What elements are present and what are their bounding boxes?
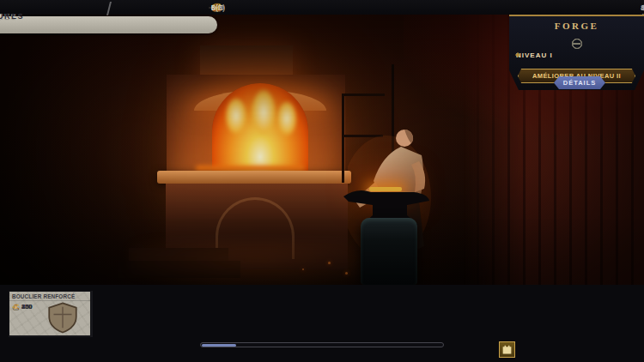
recipe-scrollbar[interactable] — [200, 342, 444, 347]
ember — [302, 268, 304, 270]
category-tabs: ArmesArmures — [0, 16, 217, 33]
shield-icon — [36, 299, 89, 335]
settings-gear-icon[interactable] — [641, 3, 644, 13]
level-slot-3 — [572, 39, 582, 49]
hearth-ledge — [157, 171, 351, 184]
anvil-stand — [361, 218, 417, 285]
crafting-bar: Hache renforcée450200350150Arc renforcé4… — [0, 285, 644, 362]
recipe-card[interactable]: Bouclier renforcé450200350150 — [9, 291, 91, 336]
resource-trophy[interactable]: 0(0) — [209, 7, 214, 9]
game-viewport: 4005050500(0) Jour 2 - Mois 4 - Annee 1 … — [0, 0, 644, 362]
recipe-card-list: Hache renforcée450200350150Arc renforcé4… — [9, 291, 644, 337]
recipe-scrollbar-thumb[interactable] — [202, 344, 236, 347]
building-shortcut-keep[interactable] — [499, 341, 515, 358]
resource-value: 0(0) — [211, 3, 225, 12]
forge-panel-title: Forge — [509, 21, 644, 31]
cost-value: 150 — [21, 303, 33, 311]
details-button-label: Détails — [563, 79, 597, 87]
ember — [328, 262, 331, 264]
keep-icon — [501, 344, 513, 355]
level-label: Niveau I — [516, 51, 553, 59]
level-progress-track — [509, 37, 644, 51]
top-resource-bar: 4005050500(0) Jour 2 - Mois 4 - Annee 1 … — [0, 0, 644, 15]
details-button[interactable]: Détails — [554, 76, 605, 89]
leather-icon — [12, 304, 20, 311]
ember — [345, 272, 348, 275]
tab-label: Armures — [0, 12, 24, 21]
